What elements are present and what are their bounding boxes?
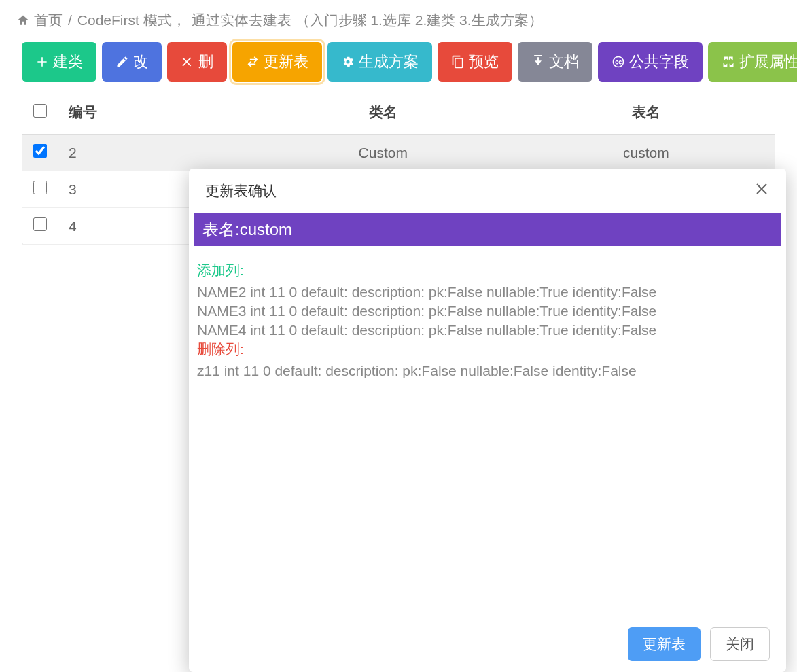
add-column-line: NAME2 int 11 0 default: description: pk:… xyxy=(194,283,781,302)
gen-plan-label: 生成方案 xyxy=(359,52,419,72)
add-column-line: NAME4 int 11 0 default: description: pk:… xyxy=(194,321,781,340)
doc-button[interactable]: 文档 xyxy=(518,42,592,82)
public-fields-button[interactable]: 公共字段 xyxy=(598,42,703,82)
close-icon xyxy=(754,184,770,200)
delete-label: 删 xyxy=(198,52,213,72)
modal-confirm-button[interactable]: 更新表 xyxy=(628,627,701,661)
update-table-button[interactable]: 更新表 xyxy=(232,42,322,82)
times-icon xyxy=(181,55,194,69)
doc-label: 文档 xyxy=(549,52,579,72)
col-header-id: 编号 xyxy=(58,90,249,135)
select-all-checkbox[interactable] xyxy=(33,104,47,118)
cc-icon xyxy=(612,55,625,69)
modal-table-name: custom xyxy=(240,220,292,238)
edit-button[interactable]: 改 xyxy=(102,42,162,82)
ext-attrs-button[interactable]: 扩展属性 xyxy=(708,42,797,82)
col-header-tablename: 表名 xyxy=(518,90,775,135)
modal-header: 更新表确认 xyxy=(189,169,786,213)
breadcrumb-section-link[interactable]: CodeFirst 模式， xyxy=(77,11,186,30)
copy-icon xyxy=(451,55,465,69)
breadcrumb-home-link[interactable]: 首页 xyxy=(16,11,63,30)
gen-plan-button[interactable]: 生成方案 xyxy=(327,42,432,82)
modal-table-title: 表名:custom xyxy=(194,213,781,246)
edit-label: 改 xyxy=(133,52,148,72)
home-icon xyxy=(16,14,30,27)
edit-icon xyxy=(116,55,129,69)
modal-body[interactable]: 表名:custom 添加列: NAME2 int 11 0 default: d… xyxy=(189,213,786,616)
ext-attrs-label: 扩展属性 xyxy=(739,52,797,72)
cell-classname: Custom xyxy=(249,135,518,171)
modal-close-button[interactable] xyxy=(754,181,770,200)
update-table-label: 更新表 xyxy=(264,52,308,72)
new-class-label: 建类 xyxy=(53,52,83,72)
breadcrumb-sep: / xyxy=(68,12,72,29)
preview-button[interactable]: 预览 xyxy=(438,42,512,82)
expand-icon xyxy=(722,55,735,69)
add-columns-label: 添加列: xyxy=(194,261,781,283)
toolbar: 建类 改 删 更新表 生成方案 预览 文档 公共字段 扩展属性 xyxy=(0,37,797,90)
modal-title: 更新表确认 xyxy=(205,181,277,200)
modal-cancel-button[interactable]: 关闭 xyxy=(710,627,770,661)
table-row[interactable]: 2Customcustom xyxy=(22,135,775,171)
cogs-icon xyxy=(341,55,355,69)
table-label-prefix: 表名: xyxy=(202,220,240,238)
breadcrumb-home-label: 首页 xyxy=(34,11,63,30)
cell-id: 2 xyxy=(58,135,249,171)
preview-label: 预览 xyxy=(469,52,499,72)
exchange-icon xyxy=(246,55,260,69)
row-checkbox[interactable] xyxy=(33,217,47,231)
cell-tablename: custom xyxy=(518,135,775,171)
col-header-classname: 类名 xyxy=(249,90,518,135)
add-column-line: NAME3 int 11 0 default: description: pk:… xyxy=(194,302,781,321)
del-columns-label: 删除列: xyxy=(194,340,781,361)
breadcrumb-desc: 通过实体去建表 （入门步骤 1.选库 2.建类 3.生成方案） xyxy=(192,11,543,30)
row-checkbox[interactable] xyxy=(33,181,47,194)
download-icon xyxy=(531,55,545,69)
update-table-modal: 更新表确认 表名:custom 添加列: NAME2 int 11 0 defa… xyxy=(189,169,786,672)
breadcrumb: 首页 / CodeFirst 模式， 通过实体去建表 （入门步骤 1.选库 2.… xyxy=(0,0,797,37)
new-class-button[interactable]: 建类 xyxy=(22,42,96,82)
public-fields-label: 公共字段 xyxy=(629,52,689,72)
del-column-line: z11 int 11 0 default: description: pk:Fa… xyxy=(194,361,781,381)
delete-button[interactable]: 删 xyxy=(167,42,227,82)
plus-icon xyxy=(35,55,49,69)
row-checkbox[interactable] xyxy=(33,144,47,158)
modal-footer: 更新表 关闭 xyxy=(189,616,786,672)
